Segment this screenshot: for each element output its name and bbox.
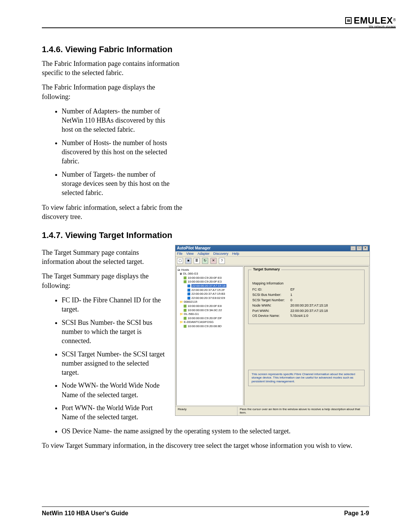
status-bar: Ready Pass the cursor over an item in th… xyxy=(175,406,370,415)
kv-value: 22:00:00:20:37:A7:15:18 xyxy=(290,309,328,313)
kv-row: Port WWN:22:00:00:20:37:A7:15:18 xyxy=(252,309,360,313)
kv-key: FC ID: xyxy=(252,288,290,292)
menu-help[interactable]: Help xyxy=(232,252,239,256)
menu-file[interactable]: File xyxy=(177,252,183,256)
list-item: Number of Targets- the number of storage… xyxy=(62,170,172,198)
list-item: Number of Adapters- the number of NetWin… xyxy=(62,107,172,134)
brand-mark: ≊ xyxy=(345,17,352,24)
detail-panel: Target Summary Mapping Information FC ID… xyxy=(244,266,369,406)
list-item: Number of Hosts- the number of hosts dis… xyxy=(62,138,172,166)
page-footer: NetWin 110 HBA User's Guide Page 1-9 xyxy=(42,506,369,517)
tree-node[interactable]: DL-580-G1 xyxy=(180,312,242,316)
tree-node[interactable]: 10:00:00:00:C9:20:0F:DF xyxy=(183,316,242,320)
panel-title: Target Summary xyxy=(252,267,281,272)
kv-row: OS Device Name:\\.\Scsi4:1:0 xyxy=(252,314,360,318)
brand-name: EMULEX xyxy=(354,15,393,26)
kv-value: 1 xyxy=(290,293,292,297)
header-rule xyxy=(42,27,396,28)
toolbar-icon[interactable]: ↻ xyxy=(202,258,208,264)
footer-page: Page 1-9 xyxy=(344,510,369,517)
tree-node[interactable]: 10:00:00:00:C9:20:0F:E3 xyxy=(183,280,242,284)
app-window: AutoPilot Manager _ □ × File View Adapte… xyxy=(175,245,370,416)
list-item: SCSI Target Number- the SCSI target numb… xyxy=(62,350,167,377)
help-text: This screen represents specific Fibre Ch… xyxy=(248,370,365,386)
toolbar-icon[interactable]: ■ xyxy=(185,258,191,264)
app-menubar: File View Adapter Discovery Help xyxy=(175,251,370,257)
heading-146: 1.4.6. Viewing Fabric Information xyxy=(42,44,369,55)
kv-row: SCSI Bus Number:1 xyxy=(252,293,360,297)
status-ready: Ready xyxy=(175,407,237,415)
toolbar-icon[interactable]: ▢ xyxy=(177,258,183,264)
list-147: FC ID- the Fibre Channel ID for the targ… xyxy=(62,296,167,422)
para-146-intro: The Fabric Information page contains inf… xyxy=(42,59,183,78)
kv-key: SCSI Bus Number: xyxy=(252,293,290,297)
para-146-displays: The Fabric Information page displays the… xyxy=(42,83,183,101)
para-147-howto: To view Target Summary information, in t… xyxy=(42,441,369,450)
para-147-displays: The Target Summary page displays the fol… xyxy=(42,272,167,290)
app-title: AutoPilot Manager xyxy=(177,246,210,251)
brand-logo: ≊ EMULEX® We network storage xyxy=(345,15,396,28)
kv-value: 20:00:00:20:37:A7:15:18 xyxy=(290,304,328,308)
kv-key: Node WWN: xyxy=(252,304,290,308)
tree-node[interactable]: 10:00:00:00:C9:3A:0C:22 xyxy=(183,308,242,312)
app-toolbar: ▢ ■ ≣ ↻ ✕ ? xyxy=(175,257,370,265)
list-item: FC ID- the Fibre Channel ID for the targ… xyxy=(62,296,167,314)
kv-row: SCSI Target Number:0 xyxy=(252,298,360,302)
close-button[interactable]: × xyxy=(363,246,368,251)
menu-view[interactable]: View xyxy=(186,252,194,256)
kv-key: SCSI Target Number: xyxy=(252,298,290,302)
brand-registered: ® xyxy=(393,18,396,22)
list-item: Port WWN- the World Wide Port Name of th… xyxy=(62,403,167,422)
para-147-intro: The Target Summary page contains informa… xyxy=(42,248,167,267)
heading-147: 1.4.7. Viewing Target Information xyxy=(42,230,369,241)
app-titlebar: AutoPilot Manager _ □ × xyxy=(175,245,370,251)
footer-title: NetWin 110 HBA User's Guide xyxy=(42,510,128,517)
help-icon[interactable]: ? xyxy=(219,258,225,264)
minimize-button[interactable]: _ xyxy=(350,246,356,251)
kv-key: OS Device Name: xyxy=(252,314,290,318)
kv-value: EF xyxy=(290,288,295,292)
kv-row: FC ID:EF xyxy=(252,288,360,292)
tree-root[interactable]: 🗂 Hosts xyxy=(177,268,242,272)
tree-node[interactable]: E-DDAWTCASIFOSG xyxy=(180,320,242,324)
toolbar-icon[interactable]: ✕ xyxy=(210,258,217,264)
list-item: OS Device Name- the name assigned by the… xyxy=(62,427,366,436)
list-item: SCSI Bus Number- the SCSI bus number to … xyxy=(62,318,167,346)
tree-node[interactable]: 10:00:00:00:C9:20:08:8D xyxy=(183,324,242,328)
mapping-heading: Mapping Information xyxy=(252,281,360,286)
discovery-tree[interactable]: 🗂 Hosts DL-360-G310:00:00:00:C9:20:0F:E0… xyxy=(176,266,243,406)
tree-node[interactable]: 22:00:00:20:37:A7:15:18 xyxy=(187,284,242,288)
status-hint: Pass the cursor over an item in the wind… xyxy=(237,407,370,415)
kv-value: \\.\Scsi4:1:0 xyxy=(290,314,308,318)
tree-node[interactable]: 22:00:00:20:37:A7:15:B3 xyxy=(187,292,242,296)
tree-node[interactable]: 22:00:00:20:37:A7:15:2F xyxy=(187,288,242,292)
tree-node[interactable]: 22:00:00:20:37:E8:02:E9 xyxy=(187,296,242,300)
maximize-button[interactable]: □ xyxy=(357,246,362,251)
kv-row: Node WWN:20:00:00:20:37:A7:15:18 xyxy=(252,304,360,308)
tree-node[interactable]: 00002115 xyxy=(180,300,242,304)
kv-key: Port WWN: xyxy=(252,309,290,313)
tree-node[interactable]: DL-360-G3 xyxy=(180,272,242,276)
list-item: Node WWN- the World Wide Node Name of th… xyxy=(62,381,167,399)
kv-value: 0 xyxy=(290,298,292,302)
tree-node[interactable]: 10:00:00:00:C9:20:0F:E8 xyxy=(183,304,242,308)
para-146-howto: To view fabric information, select a fab… xyxy=(42,203,183,222)
toolbar-icon[interactable]: ≣ xyxy=(194,258,200,264)
menu-adapter[interactable]: Adapter xyxy=(198,252,210,256)
tree-node[interactable]: 10:00:00:00:C9:20:0F:E0 xyxy=(183,276,242,280)
list-146: Number of Adapters- the number of NetWin… xyxy=(62,107,369,198)
menu-discovery[interactable]: Discovery xyxy=(213,252,228,256)
